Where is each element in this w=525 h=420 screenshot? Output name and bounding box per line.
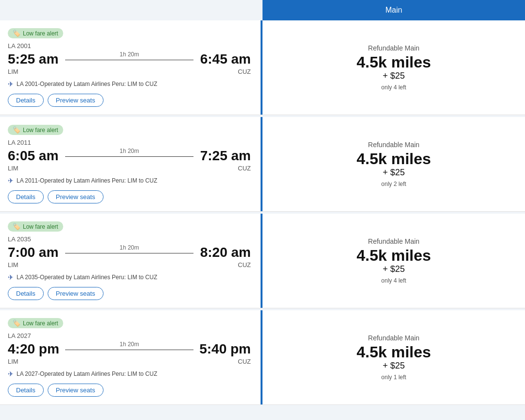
plus-cost-3: + $25 xyxy=(383,264,405,274)
depart-airport-2: LIM xyxy=(8,165,18,172)
plus-cost-2: + $25 xyxy=(383,168,405,178)
arrive-airport-3: CUZ xyxy=(238,261,251,269)
flight-line-3 xyxy=(65,253,193,253)
fare-type-1: Refundable Main xyxy=(368,44,420,52)
miles-4: 4.5k miles xyxy=(357,344,431,361)
fare-type-4: Refundable Main xyxy=(368,334,420,342)
operated-by-text-2: LA 2011-Operated by Latam Airlines Peru:… xyxy=(17,177,157,184)
duration-text-3: 1h 20m xyxy=(120,244,139,251)
operated-by-1: ✈ LA 2001-Operated by Latam Airlines Per… xyxy=(8,80,251,88)
duration-line-1: 1h 20m xyxy=(61,51,197,60)
depart-time-1: 5:25 am xyxy=(8,51,61,67)
operated-by-2: ✈ LA 2011-Operated by Latam Airlines Per… xyxy=(8,177,251,185)
plane-icon-2: ✈ xyxy=(8,177,14,185)
duration-text-2: 1h 20m xyxy=(120,148,139,154)
plane-icon-1: ✈ xyxy=(8,80,14,88)
flight-right-3: Refundable Main 4.5k miles + $25 only 4 … xyxy=(262,214,525,308)
duration-text-1: 1h 20m xyxy=(120,51,139,58)
main-header: Main xyxy=(262,0,525,20)
fare-type-2: Refundable Main xyxy=(368,141,420,149)
preview-seats-button-4[interactable]: Preview seats xyxy=(48,384,104,397)
airports-row-1: LIM CUZ xyxy=(8,68,251,75)
details-button-3[interactable]: Details xyxy=(8,287,44,300)
details-button-4[interactable]: Details xyxy=(8,384,44,397)
tag-icon-2: 🏷️ xyxy=(13,126,20,134)
fare-type-3: Refundable Main xyxy=(368,237,420,245)
preview-seats-button-1[interactable]: Preview seats xyxy=(48,94,104,107)
flight-card-4: 🏷️ Low fare alert LA 2027 4:20 pm 1h 20m… xyxy=(0,310,525,405)
seats-left-1: only 4 left xyxy=(381,84,406,91)
operated-by-text-3: LA 2035-Operated by Latam Airlines Peru:… xyxy=(17,274,157,281)
flight-number-2: LA 2011 xyxy=(8,139,251,146)
operated-by-text-1: LA 2001-Operated by Latam Airlines Peru:… xyxy=(17,81,157,87)
times-row-4: 4:20 pm 1h 20m 5:40 pm xyxy=(8,341,251,357)
duration-text-4: 1h 20m xyxy=(120,341,139,348)
operated-by-4: ✈ LA 2027-Operated by Latam Airlines Per… xyxy=(8,370,251,378)
badge-label-4: Low fare alert xyxy=(23,320,58,327)
depart-time-3: 7:00 am xyxy=(8,245,61,260)
preview-seats-button-3[interactable]: Preview seats xyxy=(48,287,104,300)
arrive-time-3: 8:20 am xyxy=(197,245,251,260)
flights-container: 🏷️ Low fare alert LA 2001 5:25 am 1h 20m… xyxy=(0,20,525,405)
times-row-2: 6:05 am 1h 20m 7:25 am xyxy=(8,148,251,164)
times-row-1: 5:25 am 1h 20m 6:45 am xyxy=(8,51,251,67)
arrive-time-2: 7:25 am xyxy=(197,148,251,164)
operated-by-text-4: LA 2027-Operated by Latam Airlines Peru:… xyxy=(17,370,157,377)
action-buttons-3: Details Preview seats xyxy=(8,287,251,300)
seats-left-3: only 4 left xyxy=(381,277,406,284)
flight-left-3: 🏷️ Low fare alert LA 2035 7:00 am 1h 20m… xyxy=(0,214,262,308)
depart-airport-1: LIM xyxy=(8,68,18,75)
flight-line-1 xyxy=(65,60,193,60)
flight-line-4 xyxy=(65,350,193,350)
flight-card-1: 🏷️ Low fare alert LA 2001 5:25 am 1h 20m… xyxy=(0,20,525,115)
depart-time-2: 6:05 am xyxy=(8,148,61,164)
miles-1: 4.5k miles xyxy=(357,54,431,71)
times-row-3: 7:00 am 1h 20m 8:20 am xyxy=(8,245,251,260)
flight-left-4: 🏷️ Low fare alert LA 2027 4:20 pm 1h 20m… xyxy=(0,310,262,404)
low-fare-badge-3: 🏷️ Low fare alert xyxy=(8,221,63,232)
flight-number-1: LA 2001 xyxy=(8,42,251,50)
plane-icon-4: ✈ xyxy=(8,370,14,378)
arrive-time-1: 6:45 am xyxy=(197,51,251,67)
seats-left-4: only 1 left xyxy=(381,374,406,381)
arrive-airport-1: CUZ xyxy=(238,68,251,75)
action-buttons-2: Details Preview seats xyxy=(8,190,251,203)
depart-airport-4: LIM xyxy=(8,358,18,365)
arrive-time-4: 5:40 pm xyxy=(197,341,251,357)
tag-icon-3: 🏷️ xyxy=(13,223,20,230)
flight-number-3: LA 2035 xyxy=(8,235,251,243)
flight-right-1: Refundable Main 4.5k miles + $25 only 4 … xyxy=(262,20,525,115)
plus-cost-4: + $25 xyxy=(383,361,405,371)
low-fare-badge-2: 🏷️ Low fare alert xyxy=(8,125,63,135)
tag-icon-4: 🏷️ xyxy=(13,319,20,327)
arrive-airport-2: CUZ xyxy=(238,165,251,172)
airports-row-4: LIM CUZ xyxy=(8,358,251,365)
duration-line-2: 1h 20m xyxy=(61,148,197,157)
flight-card-2: 🏷️ Low fare alert LA 2011 6:05 am 1h 20m… xyxy=(0,117,525,212)
miles-2: 4.5k miles xyxy=(357,151,431,168)
low-fare-badge-4: 🏷️ Low fare alert xyxy=(8,318,63,328)
flight-left-2: 🏷️ Low fare alert LA 2011 6:05 am 1h 20m… xyxy=(0,117,262,211)
flight-number-4: LA 2027 xyxy=(8,332,251,339)
depart-time-4: 4:20 pm xyxy=(8,341,61,357)
flight-left-1: 🏷️ Low fare alert LA 2001 5:25 am 1h 20m… xyxy=(0,20,262,115)
action-buttons-4: Details Preview seats xyxy=(8,384,251,397)
preview-seats-button-2[interactable]: Preview seats xyxy=(48,190,104,203)
plane-icon-3: ✈ xyxy=(8,273,14,281)
flight-right-4: Refundable Main 4.5k miles + $25 only 1 … xyxy=(262,310,525,404)
badge-label-1: Low fare alert xyxy=(23,30,58,37)
depart-airport-3: LIM xyxy=(8,261,18,269)
arrive-airport-4: CUZ xyxy=(238,358,251,365)
plus-cost-1: + $25 xyxy=(383,71,405,81)
page-wrapper: Main 🏷️ Low fare alert LA 2001 5:25 am 1… xyxy=(0,0,525,405)
duration-line-3: 1h 20m xyxy=(61,244,197,253)
airports-row-3: LIM CUZ xyxy=(8,261,251,269)
flight-line-2 xyxy=(65,156,193,157)
details-button-1[interactable]: Details xyxy=(8,94,44,107)
action-buttons-1: Details Preview seats xyxy=(8,94,251,107)
tag-icon-1: 🏷️ xyxy=(13,30,20,37)
header-label: Main xyxy=(385,6,402,14)
operated-by-3: ✈ LA 2035-Operated by Latam Airlines Per… xyxy=(8,273,251,281)
details-button-2[interactable]: Details xyxy=(8,190,44,203)
seats-left-2: only 2 left xyxy=(381,181,406,187)
